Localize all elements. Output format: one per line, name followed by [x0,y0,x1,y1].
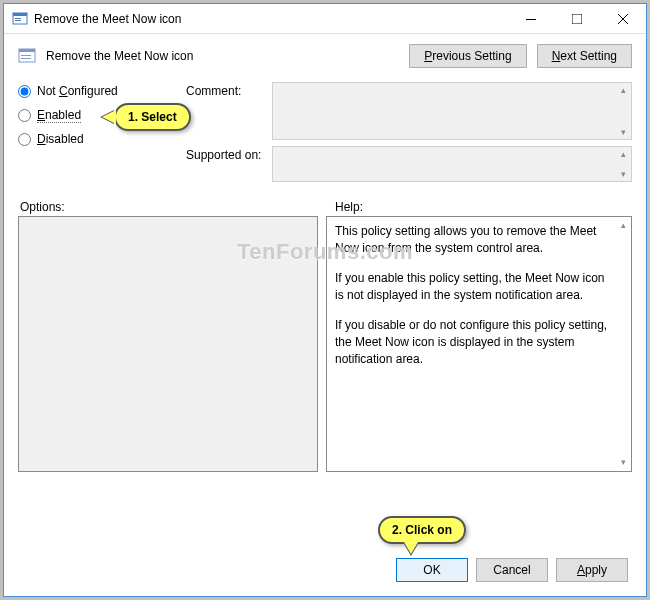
radio-disabled[interactable] [18,133,31,146]
ok-button[interactable]: OK [396,558,468,582]
callout-select: 1. Select [114,103,191,131]
radio-disabled-label[interactable]: Disabled [37,132,84,146]
radio-not-configured[interactable] [18,85,31,98]
svg-rect-3 [15,20,21,21]
policy-window-icon [12,11,28,27]
window-title: Remove the Meet Now icon [34,12,508,26]
supported-on-label: Supported on: [186,146,272,162]
policy-title: Remove the Meet Now icon [46,49,409,63]
callout-click: 2. Click on [378,516,466,544]
svg-rect-4 [526,19,536,20]
radio-enabled[interactable] [18,109,31,122]
header-row: Remove the Meet Now icon Previous Settin… [18,44,632,68]
dialog-footer: 2. Click on OK Cancel Apply [18,546,632,584]
radio-not-configured-label[interactable]: Not Configured [37,84,118,98]
policy-icon [18,46,38,66]
radio-enabled-label[interactable]: Enabled [37,108,81,122]
next-setting-button[interactable]: Next Setting [537,44,632,68]
comment-textarea[interactable]: ▴▾ [272,82,632,140]
scrollbar[interactable]: ▴▾ [617,85,629,137]
previous-setting-button[interactable]: Previous Setting [409,44,526,68]
svg-rect-5 [572,14,582,24]
state-radio-group: Not Configured Enabled 1. Select Disable… [18,82,186,188]
apply-button[interactable]: Apply [556,558,628,582]
content-area: TenForums.com Remove the Meet Now icon P… [4,34,646,596]
options-label: Options: [18,200,325,214]
window-controls [508,4,646,33]
svg-rect-10 [21,55,31,56]
svg-rect-11 [21,58,31,59]
minimize-button[interactable] [508,4,554,33]
help-panel: This policy setting allows you to remove… [326,216,632,472]
maximize-button[interactable] [554,4,600,33]
help-label: Help: [325,200,632,214]
titlebar: Remove the Meet Now icon [4,4,646,34]
scrollbar[interactable]: ▴▾ [617,219,629,469]
help-paragraph: If you enable this policy setting, the M… [335,270,611,305]
help-paragraph: If you disable or do not configure this … [335,317,611,369]
scrollbar[interactable]: ▴▾ [617,149,629,179]
svg-rect-1 [13,13,27,16]
close-button[interactable] [600,4,646,33]
svg-rect-2 [15,18,21,19]
comment-label: Comment: [186,82,272,98]
svg-rect-9 [19,49,35,52]
supported-on-textarea: ▴▾ [272,146,632,182]
window: Remove the Meet Now icon TenForums.com R… [3,3,647,597]
cancel-button[interactable]: Cancel [476,558,548,582]
options-panel [18,216,318,472]
help-paragraph: This policy setting allows you to remove… [335,223,611,258]
